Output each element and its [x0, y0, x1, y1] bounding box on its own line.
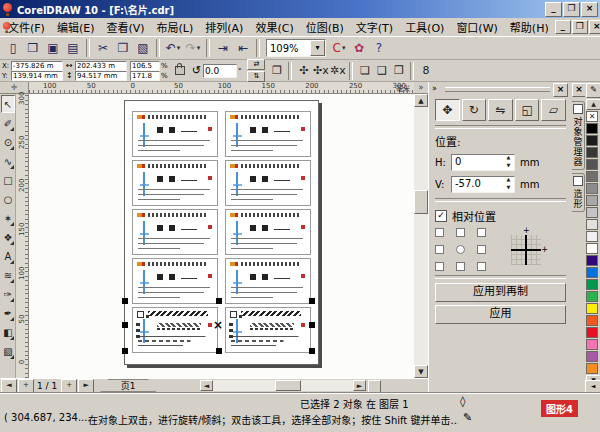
import-button[interactable]: ⇥	[213, 39, 233, 58]
ungroup-all-button[interactable]: ✲x	[329, 62, 346, 79]
freehand-tool[interactable]: ∿	[1, 152, 15, 170]
paste-button[interactable]: ▧	[133, 39, 153, 58]
outline-tool[interactable]: ✒	[1, 304, 15, 322]
selection-handle[interactable]	[216, 298, 222, 304]
scale-x-field[interactable]: 106.5	[130, 61, 160, 71]
color-swatch[interactable]	[586, 315, 598, 326]
spin-down-icon[interactable]: ▼	[503, 163, 514, 170]
menu-edit[interactable]: 编辑(E)	[51, 18, 101, 36]
color-swatch[interactable]	[586, 327, 598, 338]
anchor-point-5[interactable]	[477, 245, 486, 254]
cut-button[interactable]: ✂	[93, 39, 113, 58]
menu-window[interactable]: 窗口(W)	[450, 18, 503, 36]
apply-to-duplicate-button[interactable]: 应用到再制	[435, 283, 566, 302]
docker-grip[interactable]	[445, 87, 550, 92]
color-swatch[interactable]	[586, 255, 598, 266]
business-card[interactable]	[132, 307, 218, 353]
menu-arrange[interactable]: 排列(A)	[199, 18, 249, 36]
menu-effects[interactable]: 效果(C)	[249, 18, 299, 36]
nonproportional-lock-icon[interactable]	[175, 66, 185, 75]
anchor-point-6[interactable]	[435, 262, 444, 271]
to-back-button[interactable]: ❑	[373, 62, 390, 79]
horizontal-ruler[interactable]: 毫米10050050100150200250300	[29, 82, 414, 94]
page-sheet[interactable]: ×	[124, 100, 319, 365]
redo-button[interactable]: ↷▾	[183, 39, 203, 58]
zoom-level-combo[interactable]: 109% ▾	[266, 39, 326, 57]
h-position-value[interactable]: 0	[452, 155, 502, 170]
palette-options-button[interactable]: ✎	[586, 83, 600, 98]
anchor-point-7[interactable]	[456, 262, 465, 271]
transform-size-button[interactable]: ◱	[515, 99, 540, 121]
color-swatch[interactable]	[586, 363, 598, 374]
business-card[interactable]	[225, 307, 311, 353]
color-swatch[interactable]	[586, 351, 598, 362]
whats-this-help-button[interactable]: ?	[369, 39, 389, 58]
close-button[interactable]: ×	[581, 2, 598, 17]
selection-handle[interactable]	[122, 298, 128, 304]
business-card[interactable]	[225, 209, 311, 255]
menu-layout[interactable]: 布局(L)	[151, 18, 200, 36]
business-card[interactable]	[225, 258, 311, 304]
rectangle-tool[interactable]: □	[1, 171, 15, 189]
horizontal-scrollbar-thumb[interactable]	[275, 380, 301, 391]
business-card[interactable]	[132, 258, 218, 304]
anchor-point-8[interactable]	[477, 262, 486, 271]
width-field[interactable]: 202.433 m	[75, 61, 127, 71]
selection-handle[interactable]	[309, 348, 315, 354]
eyedropper-tool[interactable]: ✑	[1, 285, 15, 303]
fill-tool[interactable]: ◧	[1, 323, 15, 341]
scroll-down-icon[interactable]: ▼	[414, 365, 428, 378]
open-button[interactable]: ❒	[23, 39, 43, 58]
copy-button[interactable]: ❐	[113, 39, 133, 58]
weld-button[interactable]: 8	[417, 62, 434, 79]
color-swatch[interactable]	[586, 279, 598, 290]
docker-tab-object-manager[interactable]: 对象管理器	[572, 101, 585, 170]
mirror-horizontal-button[interactable]: ⇄	[247, 59, 265, 70]
scale-y-field[interactable]: 171.8	[130, 71, 160, 81]
spin-up-icon[interactable]: ▲	[503, 177, 514, 184]
combo-dropdown-icon[interactable]: ▾	[310, 40, 325, 56]
spin-up-icon[interactable]: ▲	[503, 155, 514, 162]
height-field[interactable]: 94.517 mm	[75, 71, 127, 81]
h-spinner[interactable]: ▲▼	[503, 155, 514, 170]
last-page-button[interactable]: ►	[78, 379, 94, 393]
group-button[interactable]: ✣	[295, 62, 312, 79]
add-page-before-button[interactable]: +	[18, 379, 34, 393]
docker-close-button[interactable]: ×	[553, 83, 568, 97]
selection-handle[interactable]	[122, 322, 128, 328]
combine-button[interactable]: ❐	[268, 62, 285, 79]
v-position-field[interactable]: -57.0▲▼	[451, 176, 515, 193]
v-position-value[interactable]: -57.0	[452, 177, 502, 192]
transform-rotate-button[interactable]: ↻	[462, 99, 487, 121]
horizontal-scrollbar[interactable]: ◄ ►	[200, 380, 366, 391]
drawing-canvas[interactable]: ×	[29, 94, 414, 378]
scroll-right-icon[interactable]: ►	[353, 380, 366, 391]
color-swatch[interactable]	[586, 219, 598, 230]
palette-scroll-up-icon[interactable]: ▲	[586, 99, 600, 110]
anchor-point-2[interactable]	[477, 228, 486, 237]
page-tab[interactable]: 页1	[100, 379, 156, 392]
relative-position-checkbox[interactable]: ✓	[435, 210, 447, 222]
add-page-after-button[interactable]: +	[61, 379, 77, 393]
polygon-tool[interactable]: ✶	[1, 209, 15, 227]
color-swatch[interactable]	[586, 183, 598, 194]
rotation-angle-field[interactable]: 0.0	[203, 64, 237, 78]
first-page-button[interactable]: ◄	[1, 379, 17, 393]
spin-down-icon[interactable]: ▼	[503, 185, 514, 192]
menu-help[interactable]: 帮助(H)	[504, 18, 555, 36]
save-button[interactable]: ▣	[43, 39, 63, 58]
color-swatch[interactable]	[586, 147, 598, 158]
color-swatch[interactable]	[586, 267, 598, 278]
to-front-button[interactable]: ❏	[356, 62, 373, 79]
menu-view[interactable]: 查看(V)	[100, 18, 150, 36]
v-spinner[interactable]: ▲▼	[503, 177, 514, 192]
selection-handle[interactable]	[309, 298, 315, 304]
restore-button[interactable]: ❐	[563, 2, 580, 17]
shape-tool[interactable]: ✐	[1, 114, 15, 132]
ungroup-button[interactable]: ✣x	[312, 62, 329, 79]
menu-tools[interactable]: 工具(O)	[399, 18, 450, 36]
y-position-field[interactable]: 139.914 mm	[11, 71, 63, 81]
menu-text[interactable]: 文字(T)	[350, 18, 399, 36]
color-swatch[interactable]	[586, 159, 598, 170]
print-button[interactable]: ▤	[63, 39, 83, 58]
